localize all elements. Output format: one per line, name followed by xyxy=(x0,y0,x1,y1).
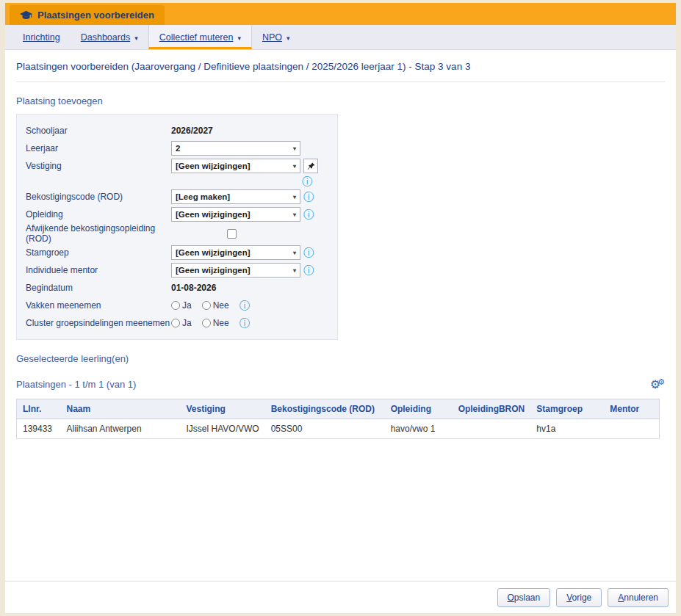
menubar: Inrichting Dashboards Collectief muteren… xyxy=(5,25,676,50)
annuleren-button[interactable]: Annuleren xyxy=(608,588,669,607)
menu-item-dashboards[interactable]: Dashboards xyxy=(71,25,148,49)
plaatsingen-table-header-bar: Plaatsingen - 1 t/m 1 (van 1) xyxy=(16,377,665,391)
chevron-down-icon xyxy=(287,32,290,43)
cell-mentor xyxy=(604,419,659,439)
radio-icon xyxy=(202,319,211,327)
col-header-mentor[interactable]: Mentor xyxy=(604,399,659,419)
cluster-radio-nee[interactable]: Nee xyxy=(202,318,229,328)
mentor-label: Individuele mentor xyxy=(26,265,171,275)
vestiging-pin-button[interactable] xyxy=(303,159,318,173)
col-header-vestiging[interactable]: Vestiging xyxy=(181,399,265,419)
leerjaar-select[interactable]: 2 xyxy=(171,141,300,156)
col-header-stamgroep[interactable]: Stamgroep xyxy=(530,399,604,419)
schooljaar-value: 2026/2027 xyxy=(171,126,213,136)
bekostigingscode-info-icon[interactable] xyxy=(303,192,314,202)
module-tabbar: Plaatsingen voorbereiden xyxy=(5,3,676,25)
tab-plaatsingen-voorbereiden[interactable]: Plaatsingen voorbereiden xyxy=(10,5,165,25)
cell-naam: Aliihsan Antwerpen xyxy=(61,419,181,439)
leerjaar-label: Leerjaar xyxy=(26,143,171,153)
col-header-llnr[interactable]: Llnr. xyxy=(17,399,61,419)
vestiging-label: Vestiging xyxy=(26,161,171,171)
opslaan-button[interactable]: Opslaan xyxy=(497,588,551,607)
menu-item-collectief-muteren[interactable]: Collectief muteren xyxy=(148,25,252,49)
opleiding-info-icon[interactable] xyxy=(303,209,314,220)
table-settings-gear-icon[interactable] xyxy=(650,377,665,391)
stamgroep-label: Stamgroep xyxy=(26,247,171,258)
chevron-down-icon xyxy=(237,32,241,43)
plaatsingen-table: Llnr. Naam Vestiging Bekostigingscode (R… xyxy=(16,399,660,439)
menu-item-npo[interactable]: NPO xyxy=(252,25,300,49)
content-area: Plaatsingen voorbereiden (Jaarovergang /… xyxy=(5,50,676,613)
vestiging-select[interactable]: [Geen wijzigingen] xyxy=(171,159,300,173)
cluster-radio-ja[interactable]: Ja xyxy=(171,318,192,328)
stamgroep-info-icon[interactable] xyxy=(303,247,314,258)
section-plaatsing-toevoegen: Plaatsing toevoegen xyxy=(16,95,665,106)
form-row-cluster-groepsindelingen: Cluster groepsindelingen meenemen Ja Nee xyxy=(26,314,328,332)
col-header-naam[interactable]: Naam xyxy=(61,399,181,419)
form-row-vestiging: Vestiging [Geen wijzigingen] xyxy=(26,157,328,175)
radio-icon xyxy=(171,301,180,310)
tab-title: Plaatsingen voorbereiden xyxy=(37,10,154,21)
vakken-label: Vakken meenemen xyxy=(26,300,171,311)
form-row-begindatum: Begindatum 01-08-2026 xyxy=(26,279,328,297)
col-header-bekostigingscode[interactable]: Bekostigingscode (ROD) xyxy=(265,399,385,419)
cell-bekostigingscode: 05SS00 xyxy=(265,419,385,439)
form-row-stamgroep: Stamgroep [Geen wijzigingen] xyxy=(26,244,328,261)
afwijkende-checkbox[interactable] xyxy=(227,229,237,239)
vestiging-info-icon[interactable] xyxy=(302,176,312,186)
radio-icon xyxy=(171,319,180,327)
opleiding-label: Opleiding xyxy=(26,209,171,220)
cell-opleiding: havo/vwo 1 xyxy=(385,419,453,439)
cell-opleidingbron xyxy=(453,419,531,439)
form-row-afwijkende-bekostigingsopleiding: Afwijkende bekostigingsopleiding (ROD) xyxy=(26,223,328,244)
bekostigingscode-select[interactable]: [Leeg maken] xyxy=(171,189,300,204)
begindatum-value: 01-08-2026 xyxy=(171,283,216,293)
form-row-leerjaar: Leerjaar 2 xyxy=(26,139,328,157)
cell-vestiging: IJssel HAVO/VWO xyxy=(181,419,265,439)
menu-item-inrichting[interactable]: Inrichting xyxy=(12,25,71,49)
pin-icon xyxy=(307,162,315,170)
form-row-individuele-mentor: Individuele mentor [Geen wijzigingen] xyxy=(26,261,328,279)
cell-stamgroep: hv1a xyxy=(530,419,604,439)
mentor-select[interactable]: [Geen wijzigingen] xyxy=(171,263,300,278)
plaatsingen-count-label: Plaatsingen - 1 t/m 1 (van 1) xyxy=(16,379,136,390)
stamgroep-select[interactable]: [Geen wijzigingen] xyxy=(171,245,300,260)
footer-button-bar: Opslaan Vorige Annuleren xyxy=(5,581,676,613)
bekostigingscode-label: Bekostigingscode (ROD) xyxy=(26,192,171,202)
opleiding-select[interactable]: [Geen wijzigingen] xyxy=(171,207,300,222)
form-row-vakken-meenemen: Vakken meenemen Ja Nee xyxy=(26,297,328,314)
cluster-info-icon[interactable] xyxy=(239,318,250,328)
table-header-row: Llnr. Naam Vestiging Bekostigingscode (R… xyxy=(17,399,660,419)
form-row-opleiding: Opleiding [Geen wijzigingen] xyxy=(26,206,328,223)
col-header-opleiding[interactable]: Opleiding xyxy=(385,399,453,419)
vakken-info-icon[interactable] xyxy=(239,300,250,311)
schooljaar-label: Schooljaar xyxy=(26,126,171,136)
begindatum-label: Begindatum xyxy=(26,283,171,293)
section-geselecteerde-leerlingen: Geselecteerde leerling(en) xyxy=(16,353,665,364)
table-row[interactable]: 139433 Aliihsan Antwerpen IJssel HAVO/VW… xyxy=(17,419,660,439)
vakken-radio-nee[interactable]: Nee xyxy=(202,300,229,311)
radio-icon xyxy=(202,301,211,310)
cell-llnr: 139433 xyxy=(17,419,61,439)
page-title: Plaatsingen voorbereiden (Jaarovergang /… xyxy=(16,50,665,82)
form-row-vestiging-info xyxy=(26,175,328,188)
graduation-cap-icon xyxy=(20,10,32,21)
afwijkende-label: Afwijkende bekostigingsopleiding (ROD) xyxy=(26,223,171,244)
chevron-down-icon xyxy=(134,32,138,43)
app-window: Plaatsingen voorbereiden Inrichting Dash… xyxy=(5,3,676,613)
vakken-radio-ja[interactable]: Ja xyxy=(171,300,192,311)
col-header-opleidingbron[interactable]: OpleidingBRON xyxy=(453,399,531,419)
form-row-schooljaar: Schooljaar 2026/2027 xyxy=(26,122,328,139)
vorige-button[interactable]: Vorige xyxy=(556,588,602,607)
cluster-label: Cluster groepsindelingen meenemen xyxy=(26,318,171,328)
mentor-info-icon[interactable] xyxy=(303,265,314,275)
form-row-bekostigingscode: Bekostigingscode (ROD) [Leeg maken] xyxy=(26,188,328,206)
plaatsing-form-panel: Schooljaar 2026/2027 Leerjaar 2 Vestigin… xyxy=(16,114,338,340)
